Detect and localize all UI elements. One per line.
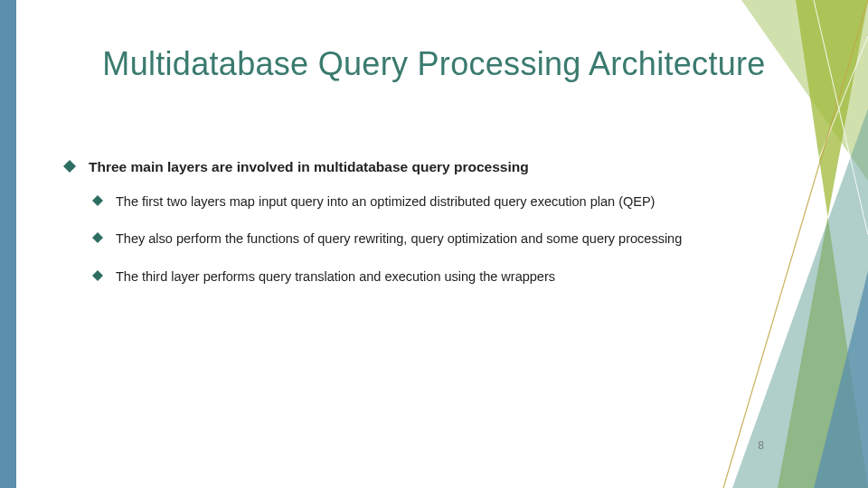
- svg-marker-8: [92, 195, 103, 206]
- svg-marker-0: [741, 0, 868, 181]
- bullet-level2: The third layer performs query translati…: [63, 268, 769, 286]
- bullet-level1-text: Three main layers are involved in multid…: [89, 159, 529, 174]
- bullet-level2: They also perform the functions of query…: [63, 230, 769, 249]
- slide-title: Multidatabase Query Processing Architect…: [0, 45, 868, 82]
- diamond-bullet-icon: [92, 195, 103, 206]
- svg-marker-3: [814, 271, 868, 488]
- svg-marker-9: [92, 232, 103, 243]
- bullet-level1: Three main layers are involved in multid…: [63, 158, 787, 177]
- bullet-level2-text: The third layer performs query translati…: [116, 269, 555, 284]
- slide: Multidatabase Query Processing Architect…: [0, 0, 868, 488]
- slide-body: Three main layers are involved in multid…: [63, 158, 787, 306]
- bullet-level2: The first two layers map input query int…: [63, 193, 769, 211]
- svg-marker-10: [92, 270, 103, 281]
- svg-line-6: [814, 0, 868, 235]
- diamond-bullet-icon: [63, 160, 76, 173]
- page-number: 8: [758, 439, 764, 452]
- bullet-level2-text: The first two layers map input query int…: [116, 194, 655, 209]
- diamond-bullet-icon: [92, 232, 103, 243]
- bullet-level2-text: They also perform the functions of query…: [116, 231, 682, 246]
- diamond-bullet-icon: [92, 270, 103, 281]
- svg-marker-7: [63, 160, 76, 173]
